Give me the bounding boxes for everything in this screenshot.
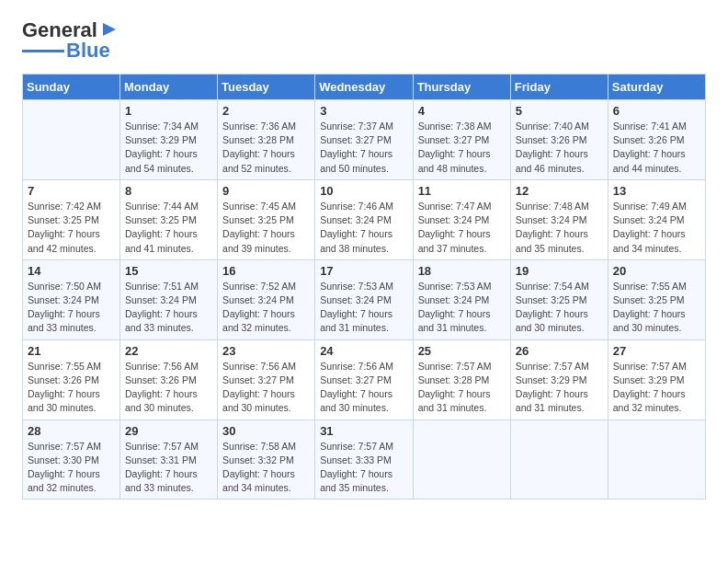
calendar-cell: 8Sunrise: 7:44 AMSunset: 3:25 PMDaylight… [120, 179, 218, 259]
calendar-cell: 12Sunrise: 7:48 AMSunset: 3:24 PMDayligh… [510, 179, 608, 259]
day-number: 22 [125, 344, 212, 358]
calendar-cell: 16Sunrise: 7:52 AMSunset: 3:24 PMDayligh… [218, 259, 315, 339]
day-number: 29 [125, 424, 212, 438]
day-info: Sunrise: 7:55 AMSunset: 3:26 PMDaylight:… [28, 360, 115, 416]
calendar-cell: 17Sunrise: 7:53 AMSunset: 3:24 PMDayligh… [315, 259, 413, 339]
svg-marker-0 [103, 23, 116, 36]
calendar-week-row: 28Sunrise: 7:57 AMSunset: 3:30 PMDayligh… [23, 419, 706, 500]
calendar-week-row: 1Sunrise: 7:34 AMSunset: 3:29 PMDaylight… [23, 100, 706, 180]
day-info: Sunrise: 7:45 AMSunset: 3:25 PMDaylight:… [222, 200, 310, 256]
day-number: 26 [516, 344, 603, 358]
weekday-header: Saturday [608, 75, 705, 100]
day-number: 13 [613, 184, 700, 198]
day-info: Sunrise: 7:56 AMSunset: 3:27 PMDaylight:… [222, 360, 310, 416]
day-number: 11 [418, 184, 506, 198]
calendar-cell: 21Sunrise: 7:55 AMSunset: 3:26 PMDayligh… [23, 339, 120, 419]
calendar-cell: 4Sunrise: 7:38 AMSunset: 3:27 PMDaylight… [413, 100, 510, 180]
day-info: Sunrise: 7:46 AMSunset: 3:24 PMDaylight:… [320, 200, 407, 256]
day-info: Sunrise: 7:53 AMSunset: 3:24 PMDaylight:… [320, 280, 407, 336]
calendar-cell [608, 419, 705, 500]
day-number: 4 [418, 104, 506, 118]
calendar-cell: 23Sunrise: 7:56 AMSunset: 3:27 PMDayligh… [218, 339, 315, 419]
calendar-cell: 22Sunrise: 7:56 AMSunset: 3:26 PMDayligh… [120, 339, 218, 419]
calendar-cell: 31Sunrise: 7:57 AMSunset: 3:33 PMDayligh… [315, 419, 413, 500]
day-info: Sunrise: 7:44 AMSunset: 3:25 PMDaylight:… [125, 200, 212, 256]
calendar-cell: 10Sunrise: 7:46 AMSunset: 3:24 PMDayligh… [315, 179, 413, 259]
day-info: Sunrise: 7:36 AMSunset: 3:28 PMDaylight:… [222, 120, 310, 176]
day-info: Sunrise: 7:57 AMSunset: 3:33 PMDaylight:… [320, 440, 407, 496]
calendar-cell: 13Sunrise: 7:49 AMSunset: 3:24 PMDayligh… [608, 179, 705, 259]
day-info: Sunrise: 7:40 AMSunset: 3:26 PMDaylight:… [516, 120, 603, 176]
day-info: Sunrise: 7:57 AMSunset: 3:29 PMDaylight:… [516, 360, 603, 416]
calendar-cell: 28Sunrise: 7:57 AMSunset: 3:30 PMDayligh… [23, 419, 120, 500]
day-info: Sunrise: 7:41 AMSunset: 3:26 PMDaylight:… [613, 120, 700, 176]
calendar-week-row: 7Sunrise: 7:42 AMSunset: 3:25 PMDaylight… [23, 179, 706, 259]
day-number: 14 [28, 264, 115, 278]
day-info: Sunrise: 7:57 AMSunset: 3:28 PMDaylight:… [418, 360, 506, 416]
day-number: 15 [125, 264, 212, 278]
calendar-week-row: 21Sunrise: 7:55 AMSunset: 3:26 PMDayligh… [23, 339, 706, 419]
calendar-cell: 27Sunrise: 7:57 AMSunset: 3:29 PMDayligh… [608, 339, 705, 419]
day-number: 17 [320, 264, 407, 278]
day-number: 19 [516, 264, 603, 278]
calendar-week-row: 14Sunrise: 7:50 AMSunset: 3:24 PMDayligh… [23, 259, 706, 339]
day-number: 18 [418, 264, 506, 278]
calendar-cell [413, 419, 510, 500]
calendar-cell: 29Sunrise: 7:57 AMSunset: 3:31 PMDayligh… [120, 419, 218, 500]
day-info: Sunrise: 7:34 AMSunset: 3:29 PMDaylight:… [125, 120, 212, 176]
calendar-cell: 6Sunrise: 7:41 AMSunset: 3:26 PMDaylight… [608, 100, 705, 180]
day-info: Sunrise: 7:56 AMSunset: 3:26 PMDaylight:… [125, 360, 212, 416]
calendar-cell: 25Sunrise: 7:57 AMSunset: 3:28 PMDayligh… [413, 339, 510, 419]
day-number: 16 [222, 264, 310, 278]
calendar-cell: 3Sunrise: 7:37 AMSunset: 3:27 PMDaylight… [315, 100, 413, 180]
calendar-cell: 14Sunrise: 7:50 AMSunset: 3:24 PMDayligh… [23, 259, 120, 339]
day-info: Sunrise: 7:50 AMSunset: 3:24 PMDaylight:… [28, 280, 115, 336]
day-number: 24 [320, 344, 407, 358]
calendar-cell: 24Sunrise: 7:56 AMSunset: 3:27 PMDayligh… [315, 339, 413, 419]
day-number: 25 [418, 344, 506, 358]
weekday-header: Tuesday [218, 75, 315, 100]
day-number: 2 [222, 104, 310, 118]
calendar-cell: 26Sunrise: 7:57 AMSunset: 3:29 PMDayligh… [510, 339, 608, 419]
day-number: 6 [613, 104, 700, 118]
day-info: Sunrise: 7:47 AMSunset: 3:24 PMDaylight:… [418, 200, 506, 256]
weekday-header: Wednesday [315, 75, 413, 100]
day-number: 9 [222, 184, 310, 198]
weekday-header: Monday [120, 75, 218, 100]
weekday-header: Sunday [23, 75, 120, 100]
day-number: 28 [28, 424, 115, 438]
calendar-cell: 7Sunrise: 7:42 AMSunset: 3:25 PMDaylight… [23, 179, 120, 259]
day-info: Sunrise: 7:57 AMSunset: 3:29 PMDaylight:… [613, 360, 700, 416]
day-info: Sunrise: 7:51 AMSunset: 3:24 PMDaylight:… [125, 280, 212, 336]
day-number: 5 [516, 104, 603, 118]
calendar-cell: 20Sunrise: 7:55 AMSunset: 3:25 PMDayligh… [608, 259, 705, 339]
day-info: Sunrise: 7:52 AMSunset: 3:24 PMDaylight:… [222, 280, 310, 336]
day-number: 7 [28, 184, 115, 198]
day-info: Sunrise: 7:49 AMSunset: 3:24 PMDaylight:… [613, 200, 700, 256]
day-number: 1 [125, 104, 212, 118]
day-number: 20 [613, 264, 700, 278]
day-number: 10 [320, 184, 407, 198]
weekday-header-row: SundayMondayTuesdayWednesdayThursdayFrid… [23, 75, 706, 100]
day-number: 8 [125, 184, 212, 198]
weekday-header: Thursday [413, 75, 510, 100]
calendar-table: SundayMondayTuesdayWednesdayThursdayFrid… [22, 74, 706, 500]
calendar-cell: 19Sunrise: 7:54 AMSunset: 3:25 PMDayligh… [510, 259, 608, 339]
day-number: 27 [613, 344, 700, 358]
calendar-cell: 1Sunrise: 7:34 AMSunset: 3:29 PMDaylight… [120, 100, 218, 180]
day-info: Sunrise: 7:58 AMSunset: 3:32 PMDaylight:… [222, 440, 310, 496]
logo-arrow-icon [99, 19, 119, 40]
calendar-cell [510, 419, 608, 500]
day-info: Sunrise: 7:57 AMSunset: 3:30 PMDaylight:… [28, 440, 115, 496]
weekday-header: Friday [510, 75, 608, 100]
day-info: Sunrise: 7:57 AMSunset: 3:31 PMDaylight:… [125, 440, 212, 496]
calendar-cell: 15Sunrise: 7:51 AMSunset: 3:24 PMDayligh… [120, 259, 218, 339]
logo: General Blue [22, 18, 119, 63]
day-number: 12 [516, 184, 603, 198]
logo-blue: Blue [66, 39, 110, 63]
day-info: Sunrise: 7:53 AMSunset: 3:24 PMDaylight:… [418, 280, 506, 336]
day-number: 30 [222, 424, 310, 438]
calendar-cell: 2Sunrise: 7:36 AMSunset: 3:28 PMDaylight… [218, 100, 315, 180]
calendar-cell: 5Sunrise: 7:40 AMSunset: 3:26 PMDaylight… [510, 100, 608, 180]
day-info: Sunrise: 7:42 AMSunset: 3:25 PMDaylight:… [28, 200, 115, 256]
